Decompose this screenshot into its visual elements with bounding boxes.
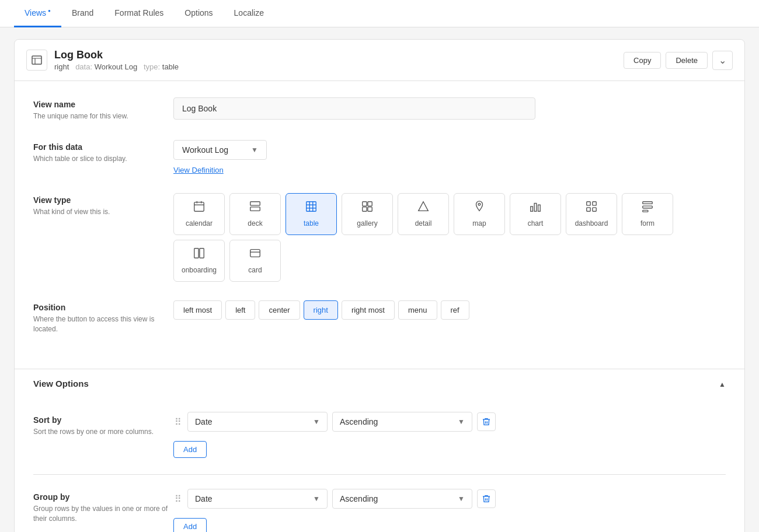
- sort-delete-button[interactable]: [477, 412, 496, 431]
- group-column-chevron-icon: ▼: [313, 495, 320, 503]
- position-right-most[interactable]: right most: [342, 300, 395, 320]
- group-column-value: Date: [195, 494, 213, 503]
- svg-rect-29: [643, 211, 648, 212]
- svg-rect-28: [643, 206, 653, 208]
- data-select-chevron-icon: ▼: [251, 146, 258, 154]
- group-item-1: ⠿ Date ▼ Ascending ▼: [173, 489, 726, 509]
- card-icon: [249, 247, 262, 262]
- card-icon: [26, 50, 47, 71]
- card-title-group: Log Book right data: Workout Log type: t…: [54, 49, 179, 71]
- view-type-card-label: card: [248, 266, 262, 274]
- view-name-input[interactable]: [173, 97, 535, 120]
- svg-rect-31: [200, 249, 204, 258]
- position-left[interactable]: left: [225, 300, 255, 320]
- top-navigation: Views Brand Format Rules Options Localiz…: [0, 0, 759, 27]
- group-by-control: ⠿ Date ▼ Ascending ▼ Add: [173, 489, 726, 532]
- view-type-table-label: table: [304, 219, 319, 228]
- group-add-button[interactable]: Add: [173, 518, 207, 532]
- detail-icon: [417, 200, 430, 216]
- tab-views[interactable]: Views: [14, 0, 61, 27]
- position-desc: Where the button to access this view is …: [33, 314, 173, 334]
- position-left-most[interactable]: left most: [173, 300, 222, 320]
- svg-rect-7: [250, 202, 260, 205]
- data-select-button[interactable]: Workout Log ▼: [173, 140, 267, 160]
- view-definition-link[interactable]: View Definition: [173, 166, 224, 174]
- view-options-body: Sort by Sort the rows by one or more col…: [15, 398, 744, 532]
- group-by-label-col: Group by Group rows by the values in one…: [33, 489, 173, 524]
- group-by-label: Group by: [33, 492, 173, 502]
- position-ref[interactable]: ref: [441, 300, 469, 320]
- card-subtitle: right data: Workout Log type: table: [54, 62, 179, 71]
- map-icon: [473, 200, 486, 216]
- copy-button[interactable]: Copy: [624, 52, 661, 69]
- view-type-card[interactable]: card: [229, 240, 281, 282]
- view-type-row: View type What kind of view this is. cal…: [33, 193, 726, 282]
- sort-drag-handle[interactable]: ⠿: [173, 415, 183, 429]
- view-type-form-label: form: [640, 219, 654, 228]
- gallery-icon: [361, 200, 374, 216]
- collapse-icon: [719, 379, 726, 388]
- group-by-desc: Group rows by the values in one or more …: [33, 504, 173, 524]
- svg-rect-8: [250, 207, 260, 211]
- svg-rect-32: [250, 250, 260, 257]
- position-center[interactable]: center: [259, 300, 300, 320]
- position-label-col: Position Where the button to access this…: [33, 300, 173, 334]
- view-type-chart[interactable]: chart: [510, 193, 561, 235]
- tab-options[interactable]: Options: [174, 0, 223, 27]
- card-header-left: Log Book right data: Workout Log type: t…: [26, 49, 179, 71]
- sort-by-row: Sort by Sort the rows by one or more col…: [33, 412, 726, 458]
- view-type-form[interactable]: form: [622, 193, 673, 235]
- view-type-gallery-label: gallery: [357, 219, 377, 228]
- svg-marker-18: [419, 202, 429, 211]
- svg-rect-14: [363, 202, 367, 206]
- tab-brand[interactable]: Brand: [61, 0, 104, 27]
- svg-rect-24: [593, 202, 596, 205]
- view-type-deck[interactable]: deck: [229, 193, 281, 235]
- expand-button[interactable]: ⌄: [712, 51, 733, 70]
- view-options-header[interactable]: View Options: [15, 369, 744, 398]
- svg-rect-26: [593, 208, 596, 211]
- tab-localize[interactable]: Localize: [224, 0, 274, 27]
- view-type-calendar[interactable]: calendar: [173, 193, 225, 235]
- subtitle-position: right: [54, 62, 69, 71]
- view-type-grid: calendar deck table: [173, 193, 726, 282]
- view-type-detail[interactable]: detail: [398, 193, 449, 235]
- sort-order-select[interactable]: Ascending ▼: [332, 412, 472, 432]
- view-name-label-col: View name The unique name for this view.: [33, 97, 173, 121]
- position-label: Position: [33, 303, 173, 312]
- view-type-table[interactable]: table: [286, 193, 337, 235]
- position-row: Position Where the button to access this…: [33, 300, 726, 334]
- sort-item-1: ⠿ Date ▼ Ascending ▼: [173, 412, 726, 432]
- svg-rect-3: [194, 202, 204, 212]
- view-type-calendar-label: calendar: [186, 219, 213, 228]
- svg-rect-25: [587, 208, 590, 211]
- view-type-onboarding[interactable]: onboarding: [173, 240, 225, 282]
- table-icon: [305, 200, 318, 216]
- group-column-select[interactable]: Date ▼: [187, 489, 328, 509]
- data-select-value: Workout Log: [182, 145, 228, 155]
- form-icon: [641, 200, 654, 216]
- view-name-row: View name The unique name for this view.: [33, 97, 726, 121]
- for-this-data-row: For this data Which table or slice to di…: [33, 140, 726, 174]
- view-type-gallery[interactable]: gallery: [342, 193, 393, 235]
- view-type-map[interactable]: map: [454, 193, 505, 235]
- view-type-detail-label: detail: [415, 219, 432, 228]
- position-right[interactable]: right: [304, 300, 338, 320]
- view-type-label-col: View type What kind of view this is.: [33, 193, 173, 217]
- view-type-onboarding-label: onboarding: [182, 266, 217, 274]
- group-order-select[interactable]: Ascending ▼: [332, 489, 472, 509]
- view-type-label: View type: [33, 195, 173, 205]
- card-header: Log Book right data: Workout Log type: t…: [15, 40, 744, 81]
- sort-column-select[interactable]: Date ▼: [187, 412, 328, 432]
- svg-rect-23: [587, 202, 590, 205]
- group-drag-handle[interactable]: ⠿: [173, 492, 183, 506]
- svg-rect-17: [368, 207, 372, 211]
- tab-format-rules[interactable]: Format Rules: [104, 0, 174, 27]
- delete-button[interactable]: Delete: [666, 52, 708, 69]
- group-delete-button[interactable]: [477, 489, 496, 508]
- view-type-dashboard[interactable]: dashboard: [566, 193, 617, 235]
- svg-rect-20: [531, 206, 533, 211]
- group-order-value: Ascending: [340, 494, 378, 503]
- position-menu[interactable]: menu: [398, 300, 437, 320]
- sort-add-button[interactable]: Add: [173, 441, 207, 458]
